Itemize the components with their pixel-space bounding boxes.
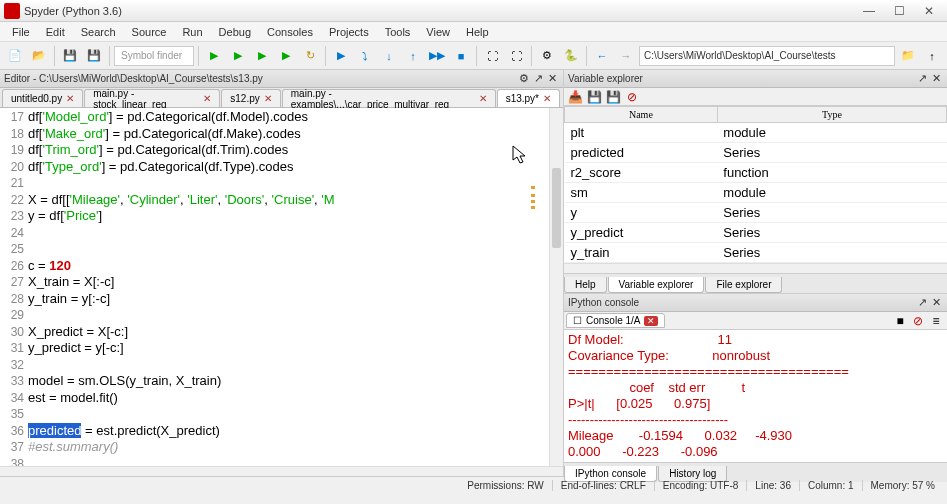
run-button[interactable]: ▶ — [203, 45, 225, 67]
interrupt-button[interactable]: ■ — [891, 313, 909, 329]
menu-run[interactable]: Run — [174, 24, 210, 40]
status-encoding: Encoding: UTF-8 — [655, 480, 748, 491]
run-cell-button[interactable]: ▶ — [227, 45, 249, 67]
var-col-type[interactable]: Type — [717, 107, 946, 123]
editor-header: Editor - C:\Users\MiWorld\Desktop\AI_Cou… — [0, 70, 563, 88]
menubar: FileEditSearchSourceRunDebugConsolesProj… — [0, 22, 947, 42]
window-title: Spyder (Python 3.6) — [24, 5, 855, 17]
close-icon[interactable]: ✕ — [543, 93, 551, 104]
variable-row[interactable]: smmodule — [565, 183, 947, 203]
step-button[interactable]: ⤵ — [354, 45, 376, 67]
right-tab-help[interactable]: Help — [564, 277, 607, 293]
step-out-button[interactable]: ↑ — [402, 45, 424, 67]
menu-edit[interactable]: Edit — [38, 24, 73, 40]
maximize-button[interactable]: ☐ — [885, 3, 913, 19]
menu-view[interactable]: View — [418, 24, 458, 40]
close-icon[interactable]: ✕ — [66, 93, 74, 104]
menu-debug[interactable]: Debug — [211, 24, 259, 40]
varexp-close-button[interactable]: ✕ — [929, 72, 943, 86]
editor-tabs: untitled0.py✕main.py - stock_linear_reg✕… — [0, 88, 563, 108]
code-editor[interactable]: 17 18 19 20 21 22 23 24 25 26 27 28 29 3… — [0, 108, 563, 466]
editor-tab-3[interactable]: main.py - examples\...\car_price_multiva… — [282, 89, 496, 107]
varexp-header-title: Variable explorer — [568, 73, 915, 84]
close-button[interactable]: ✕ — [915, 3, 943, 19]
remove-all-button[interactable]: ⊘ — [623, 89, 641, 105]
close-icon[interactable]: ✕ — [479, 93, 487, 104]
maximize-pane-button[interactable]: ⛶ — [481, 45, 503, 67]
new-file-button[interactable]: 📄 — [4, 45, 26, 67]
editor-options-button[interactable]: ⚙ — [517, 72, 531, 86]
status-permissions: Permissions: RW — [459, 480, 553, 491]
console-tab[interactable]: ☐ Console 1/A ✕ — [566, 313, 665, 328]
minimize-button[interactable]: — — [855, 3, 883, 19]
variable-row[interactable]: y_predictSeries — [565, 223, 947, 243]
menu-tools[interactable]: Tools — [377, 24, 419, 40]
stop-console-button[interactable]: ⊘ — [909, 313, 927, 329]
close-icon[interactable]: ✕ — [644, 316, 658, 326]
symbol-finder-input[interactable]: Symbol finder — [114, 46, 194, 66]
varexp-options-button[interactable]: ↗ — [915, 72, 929, 86]
editor-hscroll[interactable] — [0, 466, 563, 476]
variable-row[interactable]: r2_scorefunction — [565, 163, 947, 183]
back-button[interactable]: ← — [591, 45, 613, 67]
run-selection-button[interactable]: ▶ — [275, 45, 297, 67]
menu-help[interactable]: Help — [458, 24, 497, 40]
save-button[interactable]: 💾 — [59, 45, 81, 67]
variable-row[interactable]: predictedSeries — [565, 143, 947, 163]
console-toolbar: ☐ Console 1/A ✕ ■ ⊘ ≡ — [564, 312, 947, 330]
forward-button[interactable]: → — [615, 45, 637, 67]
variable-row[interactable]: y_trainSeries — [565, 243, 947, 263]
variable-row[interactable]: pltmodule — [565, 123, 947, 143]
console-output[interactable]: Df Model: 11 Covariance Type: nonrobust … — [564, 330, 947, 462]
preferences-button[interactable]: ⚙ — [536, 45, 558, 67]
var-type: module — [717, 123, 946, 143]
save-all-button[interactable]: 💾 — [83, 45, 105, 67]
menu-projects[interactable]: Projects — [321, 24, 377, 40]
var-type: Series — [717, 143, 946, 163]
open-file-button[interactable]: 📂 — [28, 45, 50, 67]
editor-undock-button[interactable]: ↗ — [531, 72, 545, 86]
right-tab-variable-explorer[interactable]: Variable explorer — [608, 277, 705, 293]
debug-button[interactable]: ▶ — [330, 45, 352, 67]
rerun-button[interactable]: ↻ — [299, 45, 321, 67]
close-icon[interactable]: ✕ — [203, 93, 211, 104]
console-close-button[interactable]: ✕ — [929, 296, 943, 310]
run-cell-advance-button[interactable]: ▶ — [251, 45, 273, 67]
variable-row[interactable]: ySeries — [565, 203, 947, 223]
stop-debug-button[interactable]: ■ — [450, 45, 472, 67]
fullscreen-button[interactable]: ⛶ — [505, 45, 527, 67]
menu-search[interactable]: Search — [73, 24, 124, 40]
save-data-as-button[interactable]: 💾 — [604, 89, 622, 105]
menu-source[interactable]: Source — [124, 24, 175, 40]
editor-tab-2[interactable]: s12.py✕ — [221, 89, 280, 107]
right-tab-file-explorer[interactable]: File explorer — [705, 277, 782, 293]
step-into-button[interactable]: ↓ — [378, 45, 400, 67]
working-dir-input[interactable]: C:\Users\MiWorld\Desktop\AI_Course\tests — [639, 46, 895, 66]
console-options-button[interactable]: ↗ — [915, 296, 929, 310]
right-pane-tabs: HelpVariable explorerFile explorer — [564, 273, 947, 293]
menu-file[interactable]: File — [4, 24, 38, 40]
main-toolbar: 📄 📂 💾 💾 Symbol finder ▶ ▶ ▶ ▶ ↻ ▶ ⤵ ↓ ↑ … — [0, 42, 947, 70]
editor-close-button[interactable]: ✕ — [545, 72, 559, 86]
editor-tab-4[interactable]: s13.py*✕ — [497, 89, 560, 107]
var-col-name[interactable]: Name — [565, 107, 718, 123]
titlebar: Spyder (Python 3.6) — ☐ ✕ — [0, 0, 947, 22]
varexp-hscroll[interactable] — [564, 263, 947, 273]
menu-consoles[interactable]: Consoles — [259, 24, 321, 40]
var-name: predicted — [565, 143, 718, 163]
code-area[interactable]: df['Model_ord'] = pd.Categorical(df.Mode… — [28, 108, 549, 466]
editor-tab-1[interactable]: main.py - stock_linear_reg✕ — [84, 89, 220, 107]
browse-dir-button[interactable]: 📁 — [897, 45, 919, 67]
variable-table[interactable]: NameType pltmodulepredictedSeriesr2_scor… — [564, 106, 947, 263]
editor-tab-0[interactable]: untitled0.py✕ — [2, 89, 83, 107]
var-name: sm — [565, 183, 718, 203]
console-options-button-2[interactable]: ≡ — [927, 313, 945, 329]
parent-dir-button[interactable]: ↑ — [921, 45, 943, 67]
import-data-button[interactable]: 📥 — [566, 89, 584, 105]
continue-button[interactable]: ▶▶ — [426, 45, 448, 67]
close-icon[interactable]: ✕ — [264, 93, 272, 104]
python-path-button[interactable]: 🐍 — [560, 45, 582, 67]
save-data-button[interactable]: 💾 — [585, 89, 603, 105]
tab-label: main.py - stock_linear_reg — [93, 88, 199, 110]
editor-vscroll[interactable] — [549, 108, 563, 466]
